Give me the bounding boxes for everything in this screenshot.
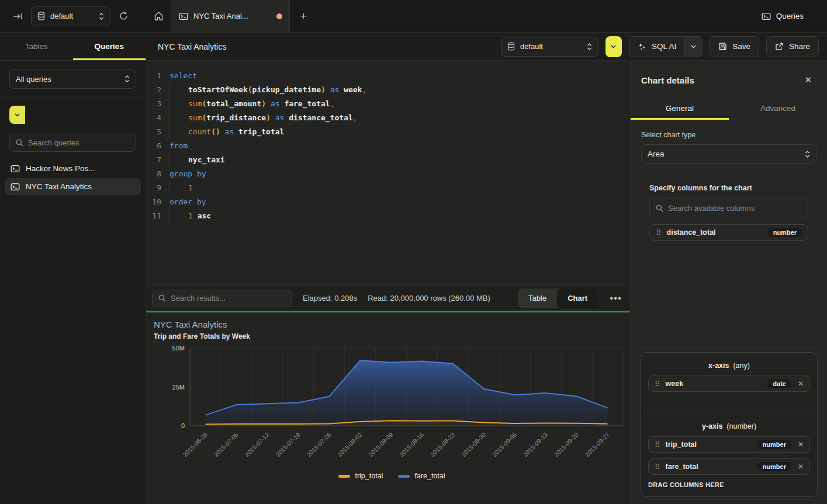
new-tab-button[interactable]: + xyxy=(290,0,317,32)
terminal-icon xyxy=(179,12,188,21)
sidebar: Tables Queries All queries + New query xyxy=(0,33,146,504)
remove-column-icon[interactable]: ✕ xyxy=(797,380,804,388)
database-icon xyxy=(37,12,45,20)
legend-item-fare-total[interactable]: fare_total xyxy=(398,472,445,480)
code-line[interactable]: 8group by xyxy=(146,167,630,181)
tab-strip: NYC Taxi Anal... + xyxy=(146,0,762,32)
query-filter-select[interactable]: All queries xyxy=(9,69,136,89)
more-options-icon[interactable]: ••• xyxy=(608,293,623,304)
line-number: 5 xyxy=(146,125,161,139)
database-selector[interactable]: default xyxy=(31,6,110,26)
drag-handle-icon[interactable]: ⠿ xyxy=(655,463,660,471)
panel-title: Chart details xyxy=(641,75,694,85)
x-axis-section: x-axis (any) ⠿ week date ✕ xyxy=(641,353,817,413)
column-type-badge: date xyxy=(767,379,791,388)
code-line[interactable]: 91 xyxy=(146,181,630,195)
tab-nyc-taxi-analytics[interactable]: NYC Taxi Anal... xyxy=(172,0,290,32)
code-line[interactable]: 5count() as trip_total xyxy=(146,125,630,139)
svg-text:2015-07-19: 2015-07-19 xyxy=(274,431,302,458)
search-queries-input[interactable] xyxy=(28,138,130,147)
code-line[interactable]: 2toStartOfWeek(pickup_datetime) as week, xyxy=(146,83,630,97)
code-line[interactable]: 4sum(trip_distance) as distance_total, xyxy=(146,111,630,125)
new-query-button[interactable]: + New query xyxy=(9,106,136,124)
area-chart[interactable]: 025M50M2015-06-282015-07-052015-07-12201… xyxy=(154,343,636,468)
code-line[interactable]: 6from xyxy=(146,139,630,153)
queries-link[interactable]: Queries xyxy=(762,0,827,32)
sql-editor[interactable]: 1select2toStartOfWeek(pickup_datetime) a… xyxy=(146,61,630,285)
query-item-hacker-news[interactable]: Hacker News Pos... xyxy=(5,160,141,177)
share-button[interactable]: Share xyxy=(766,36,819,57)
code-line[interactable]: 3sum(total_amount) as fare_total, xyxy=(146,97,630,111)
drag-columns-drop-zone[interactable]: DRAG COLUMNS HERE xyxy=(648,481,810,488)
panel-tabs: General Advanced xyxy=(631,96,827,120)
remove-column-icon[interactable]: ✕ xyxy=(797,463,804,471)
share-label: Share xyxy=(789,42,810,51)
drag-handle-icon[interactable]: ⠿ xyxy=(656,229,662,237)
legend-item-trip-total[interactable]: trip_total xyxy=(338,472,383,480)
column-type-badge: number xyxy=(768,228,802,237)
columns-label: Specify columns for the chart xyxy=(649,184,808,192)
sidebar-tab-queries[interactable]: Queries xyxy=(73,33,146,60)
query-item-nyc-taxi[interactable]: NYC Taxi Analytics xyxy=(5,178,141,195)
home-tab-button[interactable] xyxy=(146,0,172,32)
search-results-field[interactable] xyxy=(152,290,292,307)
line-number: 6 xyxy=(146,139,161,153)
read-stat: Read: 20,000,000 rows (260.00 MB) xyxy=(368,294,490,303)
x-axis-column-week[interactable]: ⠿ week date ✕ xyxy=(648,376,810,392)
chart-type-label: Select chart type xyxy=(641,131,816,139)
sidebar-tabs: Tables Queries xyxy=(0,33,146,61)
search-results-input[interactable] xyxy=(171,294,286,303)
run-dropdown[interactable] xyxy=(605,36,622,57)
line-number: 7 xyxy=(146,153,161,167)
view-toggle-chart[interactable]: Chart xyxy=(557,289,598,308)
queries-link-label: Queries xyxy=(776,12,804,20)
sidebar-body: All queries + New query xyxy=(0,61,146,203)
divider xyxy=(0,97,146,98)
search-icon xyxy=(656,204,663,212)
terminal-icon xyxy=(11,182,20,192)
run-button[interactable]: Run xyxy=(605,36,622,57)
available-column-distance-total[interactable]: ⠿ distance_total number xyxy=(649,224,808,241)
remove-column-icon[interactable]: ✕ xyxy=(797,440,804,449)
column-name: trip_total xyxy=(666,440,697,449)
save-button[interactable]: Save xyxy=(710,36,759,57)
y-axis-section: y-axis (number) ⠿ trip_total number ✕ ⠿ … xyxy=(641,413,817,496)
svg-text:2015-06-28: 2015-06-28 xyxy=(181,431,209,458)
view-toggle-table[interactable]: Table xyxy=(518,289,557,308)
legend-swatch xyxy=(398,475,410,478)
drag-handle-icon[interactable]: ⠿ xyxy=(655,441,660,449)
chart-details-panel: Chart details ✕ General Advanced Select … xyxy=(630,61,827,504)
code-line[interactable]: 1select xyxy=(146,69,630,83)
panel-tab-general[interactable]: General xyxy=(631,96,729,120)
sidebar-tab-tables[interactable]: Tables xyxy=(0,33,73,60)
terminal-icon xyxy=(11,164,20,173)
line-number: 10 xyxy=(146,195,161,209)
refresh-icon[interactable] xyxy=(119,11,129,21)
panel-tab-advanced[interactable]: Advanced xyxy=(729,96,827,120)
chart-type-select[interactable]: Area xyxy=(641,144,816,164)
y-axis-column-fare-total[interactable]: ⠿ fare_total number ✕ xyxy=(648,458,810,475)
query-toolbar: NYC Taxi Analytics default Run xyxy=(146,33,827,61)
query-filter-value: All queries xyxy=(16,75,119,84)
chevron-updown-icon xyxy=(805,150,810,158)
y-axis-column-trip-total[interactable]: ⠿ trip_total number ✕ xyxy=(648,436,810,453)
close-icon[interactable]: ✕ xyxy=(804,75,812,85)
column-name: fare_total xyxy=(666,463,698,471)
columns-search-input[interactable] xyxy=(668,204,802,213)
new-query-dropdown[interactable] xyxy=(9,106,25,124)
code-line[interactable]: 7nyc_taxi xyxy=(146,153,630,167)
save-icon xyxy=(718,42,727,51)
drag-handle-icon[interactable]: ⠿ xyxy=(655,380,660,388)
toolbar-database-selector[interactable]: default xyxy=(501,37,598,57)
columns-search-field[interactable] xyxy=(649,199,808,217)
search-icon xyxy=(158,294,166,302)
code-line[interactable]: 111 asc xyxy=(146,209,630,223)
code-line[interactable]: 10order by xyxy=(146,195,630,209)
svg-text:2015-07-05: 2015-07-05 xyxy=(212,431,240,458)
collapse-sidebar-icon[interactable] xyxy=(13,12,23,21)
search-queries-field[interactable] xyxy=(9,134,136,152)
sql-ai-button[interactable]: SQL AI xyxy=(629,36,703,57)
line-number: 2 xyxy=(146,83,161,97)
sql-ai-dropdown[interactable] xyxy=(684,37,702,57)
top-bar: default NYC Taxi Anal... + Queries xyxy=(0,0,827,33)
